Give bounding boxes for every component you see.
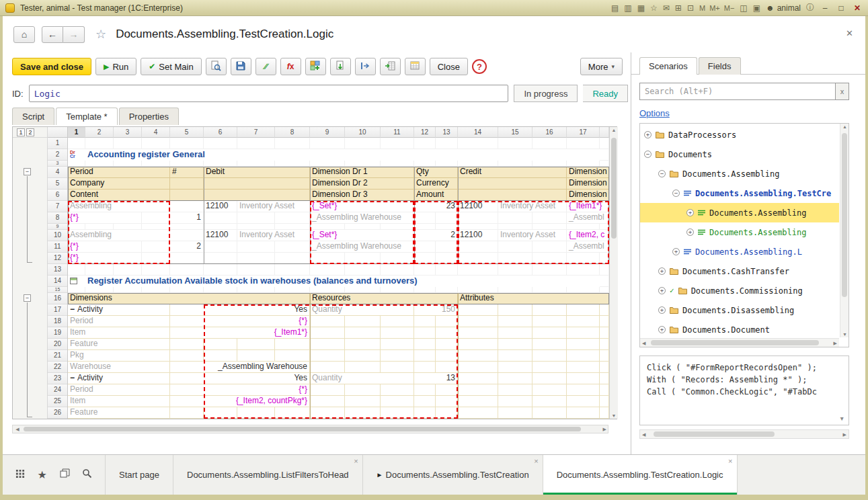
sheet-cell[interactable] xyxy=(414,224,436,230)
comment-button[interactable]: ∕∕ xyxy=(255,58,276,75)
sheet-cell[interactable]: Attributes xyxy=(458,293,609,304)
sheet-cell[interactable] xyxy=(436,316,458,327)
sheet-cell[interactable] xyxy=(600,264,609,276)
sheet-cell[interactable] xyxy=(600,316,609,327)
sheet-cell[interactable] xyxy=(458,339,498,350)
formula-button[interactable]: fx xyxy=(280,58,301,75)
sheet-cell[interactable]: Dimension xyxy=(567,190,609,201)
sheet-cell[interactable] xyxy=(345,350,381,362)
search-input[interactable] xyxy=(639,83,836,100)
sheet-cell[interactable]: Assembling xyxy=(68,230,170,241)
code-scroll-down-icon[interactable]: ▾ xyxy=(839,413,844,423)
sheet-cell[interactable] xyxy=(345,316,381,327)
sheet-cell[interactable] xyxy=(600,138,609,149)
sheet-cell[interactable] xyxy=(414,264,436,276)
sheet-cell[interactable] xyxy=(436,362,458,373)
row-collapse-icon[interactable]: − xyxy=(70,373,75,382)
sheet-cell[interactable] xyxy=(310,138,345,149)
sheet-cell[interactable] xyxy=(458,384,498,396)
sheet-cell[interactable] xyxy=(567,384,600,396)
sheet-cell[interactable] xyxy=(600,161,609,167)
sheet-cell[interactable] xyxy=(498,396,532,407)
sheet-cell[interactable] xyxy=(68,264,85,276)
sheet-cell[interactable] xyxy=(458,287,498,293)
sheet-cell[interactable] xyxy=(498,407,532,419)
print-preview-icon[interactable]: ▦ xyxy=(637,3,645,13)
sheet-cell[interactable]: 12100 xyxy=(204,230,237,241)
sheet-corner[interactable] xyxy=(48,127,67,138)
sheet-cell[interactable] xyxy=(567,161,600,167)
sheet-cell[interactable] xyxy=(498,362,532,373)
sheet-cell[interactable]: Inventory Asset xyxy=(498,201,567,212)
sheet-cell[interactable] xyxy=(458,138,498,149)
window-cascade-icon[interactable]: ▣ xyxy=(753,3,760,13)
sheet-cell[interactable] xyxy=(381,253,414,264)
tab-scenarios[interactable]: Scenarios xyxy=(639,57,697,75)
taskbar-tab[interactable]: Documents.Assembling.TestCreation.Logic× xyxy=(543,455,738,495)
sheet-cell[interactable] xyxy=(85,138,114,149)
column-header[interactable]: 4 xyxy=(142,127,170,138)
sheet-cell[interactable] xyxy=(600,396,609,407)
sheet-cell[interactable]: Qty xyxy=(414,167,458,178)
sheet-cell[interactable] xyxy=(275,253,310,264)
sheet-cell[interactable] xyxy=(345,362,381,373)
sheet-cell[interactable] xyxy=(345,396,381,407)
sheet-cell[interactable] xyxy=(237,264,275,276)
sheet-cell[interactable] xyxy=(345,264,381,276)
row-header[interactable]: 24 xyxy=(48,384,67,396)
sheet-cell[interactable]: Dimension Dr 3 xyxy=(310,190,414,201)
sheet-cell[interactable] xyxy=(414,407,436,419)
sheet-cell[interactable] xyxy=(170,264,204,276)
sheet-cell[interactable] xyxy=(436,161,458,167)
row-header[interactable]: 5 xyxy=(48,178,67,190)
sheet-cell[interactable] xyxy=(498,327,532,339)
sheet-cell[interactable]: Item xyxy=(68,396,170,407)
sheet-cell[interactable] xyxy=(85,161,114,167)
sheet-cell[interactable] xyxy=(381,224,414,230)
sheet-cell[interactable]: Accounting register General xyxy=(85,149,600,161)
sheet-cell[interactable] xyxy=(414,161,436,167)
sheet-cell[interactable]: {_Item1*} xyxy=(567,201,609,212)
vertical-scroll-thumb[interactable] xyxy=(611,138,617,239)
sheet-cell[interactable] xyxy=(532,407,567,419)
sheet-cell[interactable] xyxy=(204,339,237,350)
sheet-cell[interactable] xyxy=(237,407,275,419)
row-collapse-icon[interactable]: − xyxy=(70,304,75,314)
sheet-cell[interactable] xyxy=(498,373,532,384)
menu-grid-icon[interactable] xyxy=(15,469,25,481)
sheet-cell[interactable]: Credit xyxy=(458,167,567,178)
sheet-cell[interactable] xyxy=(567,373,600,384)
sheet-cell[interactable] xyxy=(567,224,600,230)
sheet-cell[interactable] xyxy=(532,316,567,327)
horizontal-scroll-thumb[interactable] xyxy=(24,427,581,431)
step-button[interactable] xyxy=(355,58,376,75)
sheet-cell[interactable] xyxy=(436,287,458,293)
sheet-cell[interactable] xyxy=(275,350,310,362)
sheet-cell[interactable]: Period xyxy=(68,384,170,396)
sheet-cell[interactable] xyxy=(237,224,275,230)
column-header[interactable]: 15 xyxy=(498,127,532,138)
tree-expander-icon[interactable]: + xyxy=(686,209,694,216)
sheet-cell[interactable] xyxy=(414,287,436,293)
sheet-cell[interactable] xyxy=(498,161,532,167)
back-button[interactable]: ← xyxy=(42,26,63,43)
save-and-close-button[interactable]: Save and close xyxy=(12,58,91,75)
sheet-cell[interactable] xyxy=(458,304,498,316)
row-header[interactable]: 3 xyxy=(48,161,67,167)
sheet-cell[interactable] xyxy=(436,407,458,419)
user-indicator[interactable]: ☻ animal xyxy=(766,3,801,13)
sheet-cell[interactable] xyxy=(532,304,567,316)
column-header[interactable]: 10 xyxy=(345,127,381,138)
sheet-cell[interactable] xyxy=(414,362,436,373)
sheet-cell[interactable] xyxy=(498,384,532,396)
minimize-button[interactable]: – xyxy=(820,3,830,13)
sheet-cell[interactable] xyxy=(68,138,85,149)
tree-expander-icon[interactable]: + xyxy=(686,228,694,236)
sheet-cell[interactable] xyxy=(204,161,237,167)
sheet-cell[interactable] xyxy=(310,339,345,350)
sheet-cell[interactable]: 150 xyxy=(414,304,458,316)
sheet-cell[interactable] xyxy=(345,161,381,167)
row-header[interactable]: 20 xyxy=(48,339,67,350)
sheet-cell[interactable] xyxy=(414,241,436,253)
favorites-icon[interactable]: ★ xyxy=(37,468,46,481)
